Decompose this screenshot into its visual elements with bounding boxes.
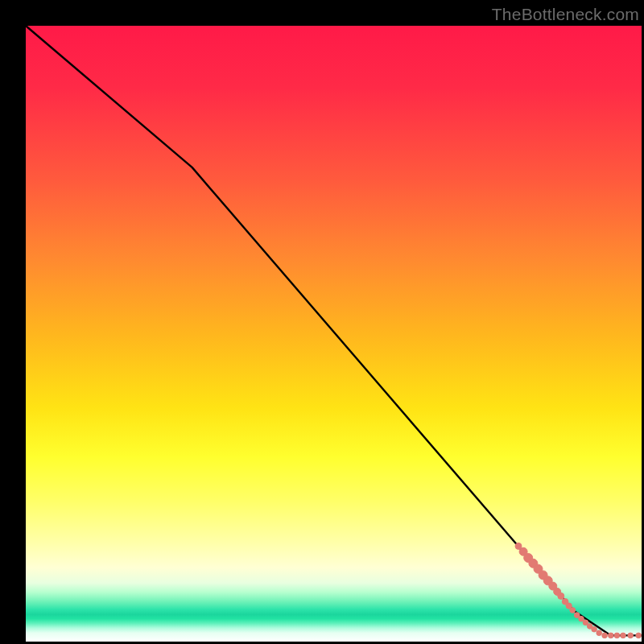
data-point <box>579 616 584 621</box>
scatter-markers <box>515 543 642 638</box>
watermark-label: TheBottleneck.com <box>492 5 639 24</box>
curve-line <box>26 26 642 635</box>
data-point <box>558 592 564 599</box>
data-point <box>609 633 614 638</box>
data-point <box>597 630 602 636</box>
data-point <box>621 633 626 638</box>
chart-frame: { "watermark": "TheBottleneck.com", "col… <box>0 0 644 644</box>
data-point <box>636 633 642 638</box>
data-point <box>592 626 597 632</box>
data-point <box>570 608 576 613</box>
data-point <box>628 633 634 638</box>
data-point <box>602 633 608 638</box>
data-point <box>614 633 620 638</box>
chart-overlay <box>26 26 642 642</box>
